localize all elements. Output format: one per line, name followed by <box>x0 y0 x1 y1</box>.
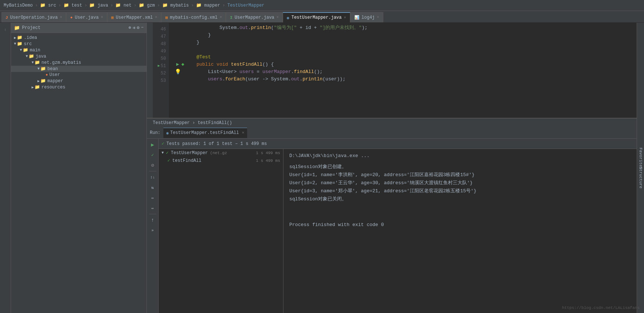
code-line-49 <box>175 46 637 54</box>
tab-mybatis-config[interactable]: ▦ mybatis-config.xml × <box>161 12 226 22</box>
java-icon: J <box>6 15 8 20</box>
run-tab-icon: ◉ <box>166 131 169 135</box>
sort-button[interactable]: ↕↓ <box>148 173 157 182</box>
run-tab-label: TestUserMapper.testFindAll <box>170 130 239 135</box>
locate-icon[interactable]: ⊕ <box>129 25 131 30</box>
favorites-tab[interactable]: Favorites <box>638 148 643 169</box>
tab-testusermapper[interactable]: ◉ TestUserMapper.java × <box>283 12 350 22</box>
tab-close-icon[interactable]: × <box>276 15 279 19</box>
package-folder-icon: 📁 <box>35 60 40 65</box>
pass-icon: ✓ <box>167 158 170 163</box>
tab-label: TestUserMapper.java <box>292 15 342 20</box>
mapper-folder-icon: 📁 <box>40 78 46 84</box>
tree-label: src <box>24 41 32 47</box>
run-body: ▶ ✓ ⊘ ↕↓ ⇆ ⇔ ⇔ ↑ » ✓ Tes <box>147 139 637 313</box>
settings-icon[interactable]: ⚙ <box>137 25 140 30</box>
run-title: Run: <box>150 130 160 135</box>
bookmark-icon: ◆ <box>181 61 185 68</box>
minus-icon[interactable]: − <box>141 25 144 30</box>
filter-button[interactable]: ⇆ <box>148 183 157 192</box>
project-name: MyBatisDemo <box>4 3 33 8</box>
bean-folder-icon: 📁 <box>40 66 46 72</box>
code-line-47: } <box>175 32 637 39</box>
tree-item-java[interactable]: ▼ 📁 java <box>11 53 146 59</box>
tree-label: java <box>36 54 46 59</box>
code-line-51: ▶ ◆ public void testFindAll() { <box>175 61 637 68</box>
stop-button[interactable]: ⊘ <box>148 161 157 170</box>
tab-usermapper-java[interactable]: I UserMapper.java × <box>226 12 283 22</box>
code-line-50: @Test <box>175 54 637 61</box>
test-icon: ◉ <box>287 15 289 20</box>
console-line-5: sqlSession对象已关闭。 <box>289 195 631 203</box>
console-command: D:\JAVA\jdk\bin\java.exe ... <box>289 152 631 160</box>
breadcrumb-file: TestUserMapper <box>227 3 264 8</box>
collapse-button[interactable]: ⇔ <box>148 204 157 212</box>
gutter-left <box>147 23 153 118</box>
line-numbers: 46 47 48 49 50 ▶ 51 52 53 <box>153 23 169 118</box>
src-folder-icon: 📁 <box>17 41 22 47</box>
tab-close-icon[interactable]: × <box>377 15 379 19</box>
project-title: Project <box>22 25 126 30</box>
tab-close-icon[interactable]: × <box>344 16 346 20</box>
tree-item-user[interactable]: ● User <box>11 72 146 78</box>
run-toolbar: ▶ ✓ ⊘ ↕↓ ⇆ ⇔ ⇔ ↑ » <box>147 139 159 313</box>
test-root-item[interactable]: ▼ ✓ TestUserMapper (net.gz 1 s 499 ms <box>159 149 283 157</box>
separator-2 <box>149 214 156 214</box>
tab-close-icon[interactable]: × <box>155 15 157 19</box>
tree-item-src[interactable]: ▼ 📁 src <box>11 41 146 47</box>
play-button[interactable]: ▶ <box>148 140 157 149</box>
run-tab-close[interactable]: × <box>242 131 245 135</box>
structure-tab[interactable]: Structure <box>638 167 643 188</box>
breadcrumb-test: 📁 test <box>64 3 82 8</box>
test-root-time: 1 s 499 ms <box>256 151 280 155</box>
project-header: 📁 Project ⊕ ⇉ ⚙ − <box>11 23 146 33</box>
tree-label: bean <box>47 66 58 72</box>
code-section: 46 47 48 49 50 ▶ 51 52 53 System.out.pri… <box>147 23 637 118</box>
tab-usermapper-xml[interactable]: ▦ UserMapper.xml × <box>107 12 161 22</box>
tree-item-resources[interactable]: ▶ 📁 resources <box>11 84 146 90</box>
tree-item-bean[interactable]: ▼ 📁 bean <box>11 66 146 72</box>
tree-item-package[interactable]: ▼ 📁 net.gzm.mybatis <box>11 59 146 66</box>
console-line-4: User{id=3, name='郑小翠', age=21, address='… <box>289 187 631 195</box>
collapse-icon[interactable]: ⇉ <box>133 25 135 30</box>
tree-item-idea[interactable]: ▶ 📁 .idea <box>11 34 146 41</box>
config-icon: ▦ <box>165 15 168 20</box>
tab-useroperation[interactable]: J UserOperation.java × <box>1 12 66 22</box>
run-gutter-icon[interactable]: ▶ <box>175 61 181 68</box>
console-output: D:\JAVA\jdk\bin\java.exe ... sqlSession对… <box>283 149 637 313</box>
console-exit: Process finished with exit code 0 <box>289 221 631 229</box>
resources-folder-icon: 📁 <box>35 84 40 90</box>
tab-log4j[interactable]: 📊 log4j × <box>350 12 383 22</box>
run-panel: Run: ◉ TestUserMapper.testFindAll × ▶ ✓ … <box>147 127 637 313</box>
console-line-2: User{id=1, name='李洪刚', age=20, address='… <box>289 171 631 179</box>
separator-1 <box>149 171 156 171</box>
expand-button[interactable]: ⇔ <box>148 193 157 202</box>
tree-item-main[interactable]: ▼ 📁 main <box>11 47 146 53</box>
tree-label: mapper <box>47 79 63 84</box>
expand-icon: ▼ <box>162 151 164 155</box>
tab-close-icon[interactable]: × <box>60 15 62 19</box>
tab-user[interactable]: ● User.java × <box>66 12 107 22</box>
sidebar-left: ↕ <box>0 23 11 313</box>
project-panel: 📁 Project ⊕ ⇉ ⚙ − ▶ 📁 .idea ▼ 📁 src <box>11 23 147 313</box>
bulb-icon[interactable]: 💡 <box>175 68 181 76</box>
tab-close-icon[interactable]: × <box>101 15 103 19</box>
breadcrumb-src: 📁 src <box>40 3 56 8</box>
sidebar-icon-1[interactable]: ↕ <box>1 26 10 34</box>
tab-close-icon[interactable]: × <box>220 15 222 19</box>
more-button[interactable]: » <box>148 226 157 235</box>
interface-icon: I <box>230 15 232 20</box>
log-icon: 📊 <box>354 15 359 20</box>
rerun-button[interactable]: ✓ <box>148 150 157 159</box>
up-button[interactable]: ↑ <box>148 216 157 225</box>
tab-label: UserMapper.java <box>235 15 274 20</box>
console-line-1: sqlSession对象已创建。 <box>289 163 631 171</box>
run-tab[interactable]: ◉ TestUserMapper.testFindAll × <box>163 128 247 138</box>
project-tree: ▶ 📁 .idea ▼ 📁 src ▼ 📁 main ▼ 📁 java <box>11 33 146 313</box>
idea-folder-icon: 📁 <box>17 35 22 40</box>
code-content: System.out.println("编号为[" + id + "]的用户未找… <box>169 23 637 118</box>
test-status: Tests passed: 1 of 1 test – 1 s 499 ms <box>166 141 267 146</box>
breadcrumb-java: 📁 java <box>89 3 108 8</box>
tree-item-mapper[interactable]: ▶ 📁 mapper <box>11 78 146 84</box>
test-child-item[interactable]: ✓ testFindAll 1 s 499 ms <box>159 157 283 164</box>
